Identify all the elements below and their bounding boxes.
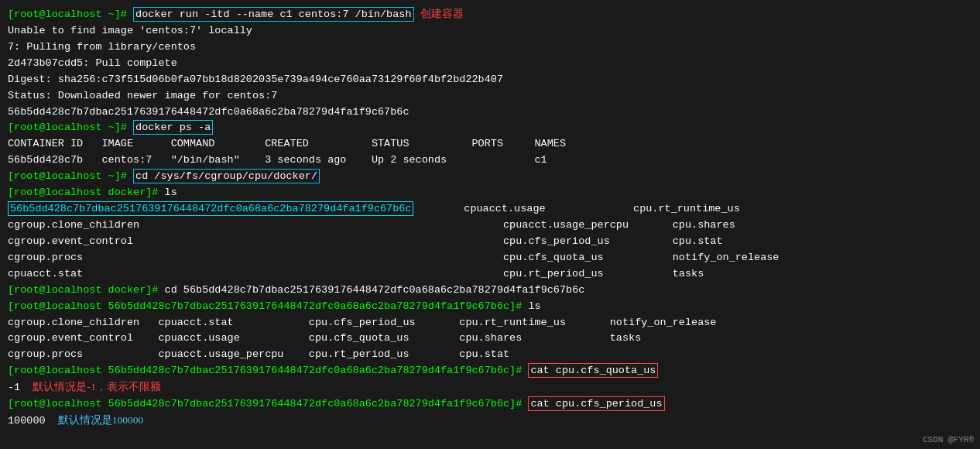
line-12: [root@localhost docker]# ls [8, 185, 972, 201]
line-1: [root@localhost ~]# docker run -itd --na… [8, 6, 972, 23]
line-3: 7: Pulling from library/centos [8, 39, 972, 56]
line-24: -1 默认情况是-1，表示不限额 [8, 379, 972, 396]
line-25: [root@localhost 56b5dd428c7b7dbac2517639… [8, 396, 972, 413]
line-20: cgroup.clone_children cpuacct.stat cpu.c… [8, 315, 972, 331]
line-18: [root@localhost docker]# cd 56b5dd428c7b… [8, 283, 972, 299]
line-2: Unable to find image 'centos:7' locally [8, 23, 972, 39]
line-13: 56b5dd428c7b7dbac2517639176448472dfc0a68… [8, 201, 972, 218]
line-15: cgroup.event_control cpu.cfs_period_us c… [8, 234, 972, 250]
line-9: CONTAINER ID IMAGE COMMAND CREATED STATU… [8, 136, 972, 153]
terminal-window: [root@localhost ~]# docker run -itd --na… [0, 0, 980, 449]
watermark: CSDN @FYR® [923, 435, 974, 444]
line-14: cgroup.clone_children cpuacct.usage_perc… [8, 218, 972, 234]
line-19: [root@localhost 56b5dd428c7b7dbac2517639… [8, 299, 972, 315]
line-8: [root@localhost ~]# docker ps -a [8, 120, 972, 136]
line-26: 100000 默认情况是100000 [8, 413, 972, 430]
line-11: [root@localhost ~]# cd /sys/fs/cgroup/cp… [8, 169, 972, 185]
line-16: cgroup.procs cpu.cfs_quota_us notify_on_… [8, 250, 972, 266]
line-17: cpuacct.stat cpu.rt_period_us tasks [8, 266, 972, 283]
line-10: 56b5dd428c7b centos:7 "/bin/bash" 3 seco… [8, 153, 972, 169]
line-22: cgroup.procs cpuacct.usage_percpu cpu.rt… [8, 347, 972, 363]
line-6: Status: Downloaded newer image for cento… [8, 88, 972, 105]
line-23: [root@localhost 56b5dd428c7b7dbac2517639… [8, 363, 972, 379]
line-4: 2d473b07cdd5: Pull complete [8, 56, 972, 72]
line-7: 56b5dd428c7b7dbac2517639176448472dfc0a68… [8, 105, 972, 121]
line-21: cgroup.event_control cpuacct.usage cpu.c… [8, 331, 972, 347]
line-5: Digest: sha256:c73f515d06b0fa07bb18d8202… [8, 72, 972, 88]
